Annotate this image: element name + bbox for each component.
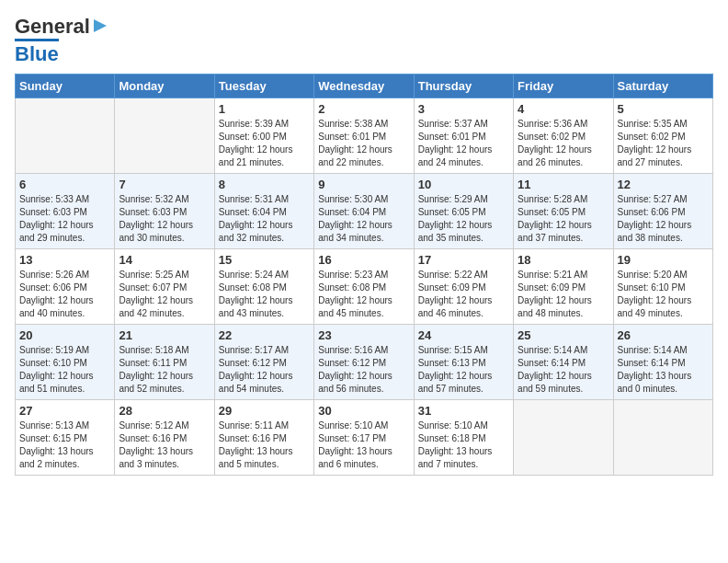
day-number: 13 (19, 253, 110, 267)
cell-info: Sunrise: 5:20 AM Sunset: 6:10 PM Dayligh… (618, 269, 709, 320)
day-number: 10 (418, 178, 509, 191)
day-number: 9 (318, 178, 409, 191)
day-header-tuesday: Tuesday (214, 75, 313, 98)
logo-arrow-icon (92, 17, 108, 38)
day-header-monday: Monday (115, 75, 214, 98)
logo-blue: Blue (15, 39, 59, 66)
cell-info: Sunrise: 5:16 AM Sunset: 6:12 PM Dayligh… (318, 344, 409, 396)
calendar-cell: 31Sunrise: 5:10 AM Sunset: 6:18 PM Dayli… (414, 400, 513, 476)
cell-info: Sunrise: 5:32 AM Sunset: 6:03 PM Dayligh… (119, 193, 210, 245)
calendar-cell (16, 98, 115, 174)
calendar-cell: 27Sunrise: 5:13 AM Sunset: 6:15 PM Dayli… (16, 400, 115, 476)
cell-info: Sunrise: 5:21 AM Sunset: 6:09 PM Dayligh… (518, 269, 609, 320)
calendar-cell: 9Sunrise: 5:30 AM Sunset: 6:04 PM Daylig… (314, 174, 414, 249)
day-header-wednesday: Wednesday (314, 75, 414, 98)
calendar-cell: 23Sunrise: 5:16 AM Sunset: 6:12 PM Dayli… (314, 325, 414, 400)
day-number: 11 (518, 178, 609, 191)
calendar-cell: 21Sunrise: 5:18 AM Sunset: 6:11 PM Dayli… (115, 325, 214, 400)
logo-general: General (15, 15, 90, 39)
calendar-cell: 19Sunrise: 5:20 AM Sunset: 6:10 PM Dayli… (613, 249, 712, 325)
day-number: 29 (219, 404, 310, 418)
cell-info: Sunrise: 5:17 AM Sunset: 6:12 PM Dayligh… (219, 344, 310, 396)
day-header-sunday: Sunday (16, 75, 115, 98)
calendar-week-row: 27Sunrise: 5:13 AM Sunset: 6:15 PM Dayli… (16, 400, 713, 476)
day-header-friday: Friday (514, 75, 613, 98)
day-number: 31 (418, 404, 509, 418)
day-number: 20 (19, 328, 110, 342)
day-number: 15 (219, 253, 310, 267)
cell-info: Sunrise: 5:29 AM Sunset: 6:05 PM Dayligh… (418, 193, 509, 245)
calendar-week-row: 13Sunrise: 5:26 AM Sunset: 6:06 PM Dayli… (16, 249, 713, 325)
day-number: 26 (618, 328, 709, 342)
day-number: 16 (318, 253, 409, 267)
day-number: 1 (219, 102, 310, 116)
cell-info: Sunrise: 5:33 AM Sunset: 6:03 PM Dayligh… (19, 193, 110, 245)
calendar-cell: 2Sunrise: 5:38 AM Sunset: 6:01 PM Daylig… (314, 98, 414, 174)
cell-info: Sunrise: 5:13 AM Sunset: 6:15 PM Dayligh… (19, 419, 110, 471)
calendar-cell (514, 400, 613, 476)
calendar-cell: 17Sunrise: 5:22 AM Sunset: 6:09 PM Dayli… (414, 249, 513, 325)
cell-info: Sunrise: 5:35 AM Sunset: 6:02 PM Dayligh… (618, 118, 709, 169)
cell-info: Sunrise: 5:14 AM Sunset: 6:14 PM Dayligh… (618, 344, 709, 396)
calendar-cell (613, 400, 712, 476)
calendar-cell: 30Sunrise: 5:10 AM Sunset: 6:17 PM Dayli… (314, 400, 414, 476)
calendar-header-row: SundayMondayTuesdayWednesdayThursdayFrid… (16, 75, 713, 98)
cell-info: Sunrise: 5:10 AM Sunset: 6:18 PM Dayligh… (418, 419, 509, 471)
logo: General Blue (15, 15, 108, 66)
cell-info: Sunrise: 5:23 AM Sunset: 6:08 PM Dayligh… (318, 269, 409, 320)
cell-info: Sunrise: 5:24 AM Sunset: 6:08 PM Dayligh… (219, 269, 310, 320)
calendar-cell: 4Sunrise: 5:36 AM Sunset: 6:02 PM Daylig… (514, 98, 613, 174)
day-number: 23 (318, 328, 409, 342)
cell-info: Sunrise: 5:26 AM Sunset: 6:06 PM Dayligh… (19, 269, 110, 320)
calendar-cell: 3Sunrise: 5:37 AM Sunset: 6:01 PM Daylig… (414, 98, 513, 174)
day-number: 8 (219, 178, 310, 191)
cell-info: Sunrise: 5:30 AM Sunset: 6:04 PM Dayligh… (318, 193, 409, 245)
calendar-cell: 15Sunrise: 5:24 AM Sunset: 6:08 PM Dayli… (214, 249, 313, 325)
cell-info: Sunrise: 5:12 AM Sunset: 6:16 PM Dayligh… (119, 419, 210, 471)
calendar-cell: 29Sunrise: 5:11 AM Sunset: 6:16 PM Dayli… (214, 400, 313, 476)
cell-info: Sunrise: 5:15 AM Sunset: 6:13 PM Dayligh… (418, 344, 509, 396)
cell-info: Sunrise: 5:25 AM Sunset: 6:07 PM Dayligh… (119, 269, 210, 320)
cell-info: Sunrise: 5:38 AM Sunset: 6:01 PM Dayligh… (318, 118, 409, 169)
calendar-cell: 20Sunrise: 5:19 AM Sunset: 6:10 PM Dayli… (16, 325, 115, 400)
calendar-cell: 8Sunrise: 5:31 AM Sunset: 6:04 PM Daylig… (214, 174, 313, 249)
calendar-cell: 10Sunrise: 5:29 AM Sunset: 6:05 PM Dayli… (414, 174, 513, 249)
calendar-cell: 16Sunrise: 5:23 AM Sunset: 6:08 PM Dayli… (314, 249, 414, 325)
day-number: 21 (119, 328, 210, 342)
cell-info: Sunrise: 5:31 AM Sunset: 6:04 PM Dayligh… (219, 193, 310, 245)
calendar-table: SundayMondayTuesdayWednesdayThursdayFrid… (15, 74, 713, 476)
day-number: 3 (418, 102, 509, 116)
calendar-cell: 28Sunrise: 5:12 AM Sunset: 6:16 PM Dayli… (115, 400, 214, 476)
day-number: 28 (119, 404, 210, 418)
day-number: 4 (518, 102, 609, 116)
day-number: 5 (618, 102, 709, 116)
calendar-cell: 11Sunrise: 5:28 AM Sunset: 6:05 PM Dayli… (514, 174, 613, 249)
day-number: 7 (119, 178, 210, 191)
calendar-cell: 18Sunrise: 5:21 AM Sunset: 6:09 PM Dayli… (514, 249, 613, 325)
calendar-cell (115, 98, 214, 174)
page-header: General Blue (15, 15, 713, 66)
day-number: 12 (618, 178, 709, 191)
cell-info: Sunrise: 5:10 AM Sunset: 6:17 PM Dayligh… (318, 419, 409, 471)
cell-info: Sunrise: 5:36 AM Sunset: 6:02 PM Dayligh… (518, 118, 609, 169)
calendar-cell: 14Sunrise: 5:25 AM Sunset: 6:07 PM Dayli… (115, 249, 214, 325)
cell-info: Sunrise: 5:18 AM Sunset: 6:11 PM Dayligh… (119, 344, 210, 396)
calendar-cell: 26Sunrise: 5:14 AM Sunset: 6:14 PM Dayli… (613, 325, 712, 400)
calendar-cell: 6Sunrise: 5:33 AM Sunset: 6:03 PM Daylig… (16, 174, 115, 249)
day-number: 17 (418, 253, 509, 267)
calendar-week-row: 20Sunrise: 5:19 AM Sunset: 6:10 PM Dayli… (16, 325, 713, 400)
cell-info: Sunrise: 5:37 AM Sunset: 6:01 PM Dayligh… (418, 118, 509, 169)
cell-info: Sunrise: 5:39 AM Sunset: 6:00 PM Dayligh… (219, 118, 310, 169)
calendar-cell: 12Sunrise: 5:27 AM Sunset: 6:06 PM Dayli… (613, 174, 712, 249)
day-number: 18 (518, 253, 609, 267)
day-number: 27 (19, 404, 110, 418)
calendar-cell: 22Sunrise: 5:17 AM Sunset: 6:12 PM Dayli… (214, 325, 313, 400)
cell-info: Sunrise: 5:27 AM Sunset: 6:06 PM Dayligh… (618, 193, 709, 245)
day-number: 14 (119, 253, 210, 267)
cell-info: Sunrise: 5:11 AM Sunset: 6:16 PM Dayligh… (219, 419, 310, 471)
cell-info: Sunrise: 5:22 AM Sunset: 6:09 PM Dayligh… (418, 269, 509, 320)
calendar-cell: 13Sunrise: 5:26 AM Sunset: 6:06 PM Dayli… (16, 249, 115, 325)
day-number: 6 (19, 178, 110, 191)
day-number: 25 (518, 328, 609, 342)
cell-info: Sunrise: 5:19 AM Sunset: 6:10 PM Dayligh… (19, 344, 110, 396)
